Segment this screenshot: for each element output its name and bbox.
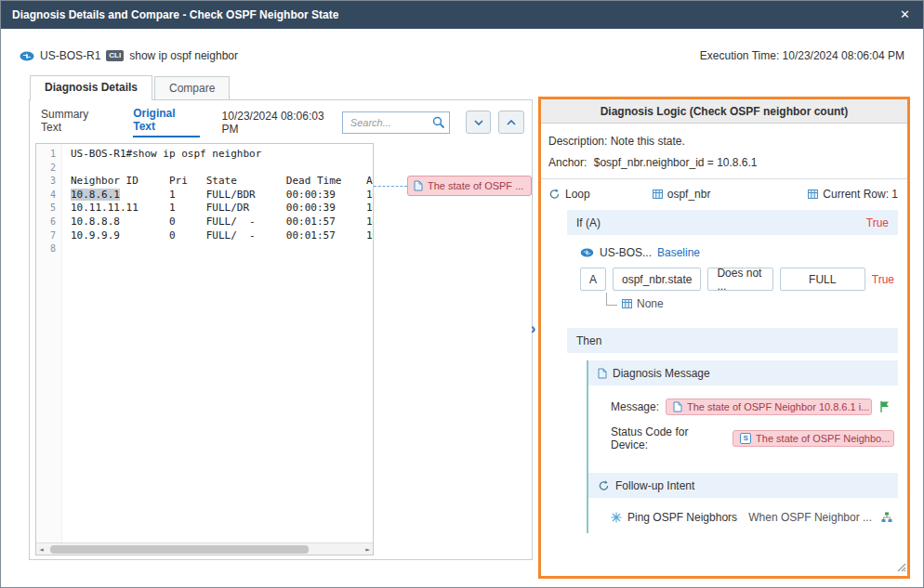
logic-panel-body: Description: Note this state. Anchor: $o…: [541, 124, 907, 539]
diagnosis-dialog: Diagnosis Details and Compare - Check OS…: [0, 0, 924, 588]
execution-time: Execution Time: 10/23/2024 08:06:04 PM: [700, 49, 904, 62]
chevron-up-icon: [507, 120, 516, 125]
intent-link[interactable]: Ping OSPF Neigbhors: [627, 511, 737, 524]
condition-row: A ospf_nbr.state Does not ... FULL True: [580, 268, 896, 291]
prev-match-button[interactable]: [498, 111, 524, 134]
loop-row: Loop ospf_nbr Current Row: 1: [548, 188, 900, 201]
message-label: Message:: [611, 400, 659, 413]
code-gutter: 12345678: [36, 144, 62, 542]
if-result: True: [866, 216, 889, 229]
tab-diagnosis-details[interactable]: Diagnosis Details: [30, 75, 152, 100]
green-flag-icon[interactable]: [878, 400, 891, 413]
then-header[interactable]: Then: [567, 328, 898, 353]
condition-variable-box: ospf_nbr.state: [613, 268, 701, 291]
next-match-button[interactable]: [466, 111, 492, 134]
document-icon: [414, 180, 423, 191]
condition-value-box: FULL: [780, 268, 865, 291]
baseline-link[interactable]: Baseline: [657, 246, 700, 259]
viewer-controls: Summary Text Original Text 10/23/2024 08…: [41, 110, 524, 135]
scroll-right-icon[interactable]: ►: [365, 543, 370, 555]
message-rows: Message: The state of OSPF Neighbor 10.8…: [588, 385, 898, 465]
status-code-badge[interactable]: S The state of OSPF Neighbo...: [733, 430, 894, 447]
document-icon: [598, 368, 607, 379]
code-lines: US-BOS-R1#show ip ospf neighbor Neighbor…: [63, 144, 373, 542]
if-content: US-BOS... Baseline A ospf_nbr.state Does…: [567, 235, 898, 316]
table-icon: [808, 189, 818, 199]
decision-tree-icon[interactable]: [881, 512, 892, 523]
search-icon[interactable]: [432, 116, 445, 129]
status-code-text: The state of OSPF Neighbo...: [756, 433, 890, 444]
description-row: Description: Note this state.: [548, 135, 900, 148]
if-label: If (A): [576, 216, 601, 229]
message-row: Message: The state of OSPF Neighbor 10.8…: [611, 399, 894, 415]
table-icon: [653, 189, 663, 199]
divider: [541, 178, 907, 179]
titlebar: Diagnosis Details and Compare - Check OS…: [1, 1, 923, 29]
device-icon: [20, 51, 34, 61]
original-text-tab[interactable]: Original Text: [133, 107, 199, 137]
message-text: The state of OSPF Neighbor 10.8.6.1 i...: [687, 401, 869, 412]
table-icon: [622, 299, 632, 308]
anchor-label: Anchor:: [548, 156, 587, 169]
loop-label: Loop: [565, 188, 590, 201]
annotation-text: The state of OSPF ...: [428, 180, 523, 191]
horizontal-scrollbar[interactable]: ◄ ►: [36, 542, 373, 555]
collapse-panel-icon[interactable]: ›: [531, 320, 535, 337]
resize-gripper[interactable]: [896, 559, 906, 576]
intent-condition: When OSPF Neighbor ...: [748, 511, 872, 524]
condition-device-name: US-BOS...: [600, 246, 652, 259]
annotation-badge[interactable]: The state of OSPF ...: [407, 176, 532, 196]
then-children: Diagnosis Message Message: The state of …: [587, 360, 898, 533]
diagnosis-logic-panel: Diagnosis Logic (Check OSPF neighbor cou…: [538, 97, 910, 579]
loop-icon: [598, 480, 610, 491]
close-icon[interactable]: ✕: [900, 1, 910, 29]
command-text: show ip ospf neighbor: [129, 49, 238, 62]
document-icon: [673, 401, 682, 412]
if-header[interactable]: If (A) True: [567, 210, 898, 235]
device-name: US-BOS-R1: [40, 49, 100, 62]
scrollbar-thumb[interactable]: [50, 545, 309, 554]
description-label: Description:: [548, 135, 607, 148]
code-viewer: 12345678 US-BOS-R1#show ip ospf neighbor…: [35, 143, 374, 555]
chevron-down-icon: [474, 120, 483, 125]
ping-icon: [611, 512, 622, 523]
condition-result: True: [872, 273, 894, 286]
none-row: None: [606, 294, 896, 314]
follow-up-header[interactable]: Follow-up Intent: [588, 473, 898, 498]
status-code-icon: S: [740, 433, 751, 444]
diagnosis-message-title: Diagnosis Message: [613, 367, 710, 380]
status-code-label: Status Code for Device:: [611, 425, 726, 451]
search-box: [342, 111, 450, 134]
none-label: None: [637, 297, 664, 310]
annotation-connector: [374, 186, 407, 187]
if-section: If (A) True US-BOS... Baseline A ospf_nb…: [567, 210, 898, 316]
diagnosis-message-header[interactable]: Diagnosis Message: [588, 360, 898, 385]
loop-icon: [548, 189, 561, 200]
cli-badge: CLI: [106, 50, 124, 61]
loop-variable[interactable]: ospf_nbr: [653, 188, 711, 201]
anchor-value: $ospf_nbr.neighbor_id = 10.8.6.1: [594, 156, 758, 169]
scroll-left-icon[interactable]: ◄: [39, 543, 44, 555]
device-icon: [580, 248, 594, 257]
dialog-title: Diagnosis Details and Compare - Check OS…: [12, 1, 338, 29]
summary-text-tab[interactable]: Summary Text: [41, 108, 111, 137]
tree-connector: [606, 293, 617, 306]
anchor-row: Anchor: $ospf_nbr.neighbor_id = 10.8.6.1: [548, 156, 900, 169]
message-badge[interactable]: The state of OSPF Neighbor 10.8.6.1 i...: [666, 399, 872, 415]
intent-row: Ping OSPF Neigbhors When OSPF Neighbor .…: [588, 498, 898, 533]
condition-operator-box: Does not ...: [707, 268, 772, 291]
condition-id-box: A: [580, 268, 606, 291]
description-value: Note this state.: [611, 135, 685, 148]
tab-compare[interactable]: Compare: [154, 76, 230, 100]
follow-up-title: Follow-up Intent: [615, 479, 694, 492]
device-command-row: US-BOS-R1 CLI show ip ospf neighbor Exec…: [20, 47, 904, 64]
output-timestamp: 10/23/2024 08:06:03 PM: [222, 110, 342, 136]
tab-bar: Diagnosis Details Compare: [30, 75, 231, 100]
current-row-indicator: Current Row: 1: [808, 188, 898, 201]
status-code-row: Status Code for Device: S The state of O…: [611, 425, 894, 451]
logic-panel-title: Diagnosis Logic (Check OSPF neighbor cou…: [541, 99, 907, 124]
condition-device-row: US-BOS... Baseline: [580, 246, 896, 259]
diagnosis-details-panel: Summary Text Original Text 10/23/2024 08…: [29, 99, 533, 560]
